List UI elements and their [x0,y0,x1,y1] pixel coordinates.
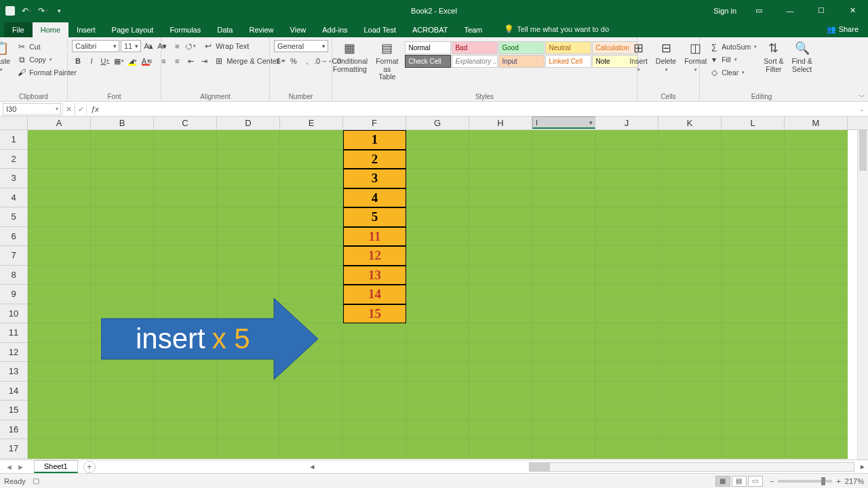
cell-J4[interactable] [595,188,658,208]
cell-I2[interactable] [532,150,595,169]
cell-H7[interactable] [469,246,532,266]
page-break-view-icon[interactable]: ▭ [748,476,763,487]
orientation-icon[interactable]: ⭯▾ [184,40,197,52]
cell-G8[interactable] [406,266,469,285]
cell-J3[interactable] [595,169,658,188]
cell-B3[interactable] [91,169,154,188]
redo-icon[interactable]: ↷▾ [37,5,49,17]
row-header[interactable]: 11 [0,323,28,343]
cell-A7[interactable] [28,246,91,266]
cell-D17[interactable] [217,439,280,459]
cell-F4[interactable]: 4 [343,188,406,208]
zoom-in-icon[interactable]: + [836,477,840,485]
cell-A8[interactable] [28,266,91,285]
cell-G14[interactable] [406,382,469,401]
cell-M13[interactable] [785,362,848,382]
cell-G15[interactable] [406,401,469,420]
cell-I5[interactable] [532,207,595,227]
cell-M4[interactable] [785,188,848,208]
cell-F12[interactable] [343,343,406,363]
normal-view-icon[interactable]: ▦ [715,476,730,487]
hscroll-left-icon[interactable]: ◄ [307,463,317,470]
cell-B1[interactable] [91,130,154,150]
cell-J14[interactable] [595,382,658,401]
cell-A5[interactable] [28,207,91,227]
conditional-formatting-button[interactable]: ▦Conditional Formatting [330,40,371,75]
zoom-out-icon[interactable]: − [770,477,774,485]
cell-G6[interactable] [406,227,469,247]
cell-style-check-cell[interactable]: Check Cell [405,55,451,68]
cell-K14[interactable] [658,382,722,401]
macro-record-icon[interactable]: ▢ [33,476,39,485]
row-header[interactable]: 3 [0,169,28,188]
row-header[interactable]: 4 [0,188,28,208]
col-header-F[interactable]: F [343,117,406,129]
cell-I16[interactable] [532,420,595,440]
collapse-ribbon-icon[interactable]: ﹀ [859,92,865,102]
ribbon-display-icon[interactable]: ▭ [743,0,774,21]
cell-H6[interactable] [469,227,532,247]
cell-H11[interactable] [469,323,532,343]
cell-H2[interactable] [469,150,532,169]
cell-style-normal[interactable]: Normal [405,41,451,54]
cell-styles-gallery[interactable]: NormalBadGoodNeutralCalculationCheck Cel… [403,40,639,69]
cell-A10[interactable] [28,304,91,324]
border-button[interactable]: ▦▾ [113,55,125,67]
cell-E1[interactable] [280,130,343,150]
cell-H9[interactable] [469,285,532,304]
cell-J13[interactable] [595,362,658,382]
tab-review[interactable]: Review [241,22,281,37]
cell-D16[interactable] [217,420,280,440]
tab-data[interactable]: Data [209,22,241,37]
cell-L2[interactable] [722,150,785,169]
cell-E16[interactable] [280,420,343,440]
cell-M12[interactable] [785,343,848,363]
underline-button[interactable]: U▾ [99,55,111,67]
cell-F6[interactable]: 11 [343,227,406,247]
align-middle-icon[interactable]: ≡ [157,40,170,52]
cell-J11[interactable] [595,323,658,343]
cell-D15[interactable] [217,401,280,420]
maximize-icon[interactable]: ☐ [806,0,837,21]
cell-M3[interactable] [785,169,848,188]
hscroll-right-icon[interactable]: ► [857,463,868,470]
cell-F3[interactable]: 3 [343,169,406,188]
zoom-level[interactable]: 217% [845,477,864,485]
cell-E17[interactable] [280,439,343,459]
cell-B8[interactable] [91,266,154,285]
page-layout-view-icon[interactable]: ▤ [732,476,747,487]
qat-customize-icon[interactable]: ▾ [53,5,65,17]
cell-A17[interactable] [28,439,91,459]
cell-I15[interactable] [532,401,595,420]
cell-G13[interactable] [406,362,469,382]
cell-D8[interactable] [217,266,280,285]
row-header[interactable]: 10 [0,304,28,324]
cell-C8[interactable] [154,266,217,285]
cell-B2[interactable] [91,150,154,169]
cell-H10[interactable] [469,304,532,324]
decrease-indent-icon[interactable]: ⇤ [184,55,197,67]
tab-insert[interactable]: Insert [68,22,104,37]
cell-I11[interactable] [532,323,595,343]
cell-K6[interactable] [658,227,722,247]
cell-L4[interactable] [722,188,785,208]
cell-B14[interactable] [91,382,154,401]
cell-L17[interactable] [722,439,785,459]
col-header-A[interactable]: A [28,117,91,129]
cell-B15[interactable] [91,401,154,420]
cell-E3[interactable] [280,169,343,188]
cell-L15[interactable] [722,401,785,420]
cell-style-bad[interactable]: Bad [452,41,498,54]
cell-K9[interactable] [658,285,722,304]
cell-I17[interactable] [532,439,595,459]
fill-color-button[interactable]: ◢▾ [126,55,138,67]
cell-I10[interactable] [532,304,595,324]
tell-me-search[interactable]: 💡Tell me what you want to do [497,21,616,37]
cell-H12[interactable] [469,343,532,363]
cell-K11[interactable] [658,323,722,343]
cell-G10[interactable] [406,304,469,324]
close-icon[interactable]: ✕ [837,0,868,21]
cell-G12[interactable] [406,343,469,363]
cell-E15[interactable] [280,401,343,420]
delete-cells-button[interactable]: ⊟Delete▾ [653,40,679,73]
